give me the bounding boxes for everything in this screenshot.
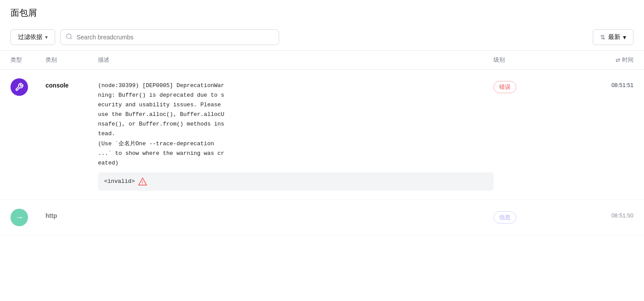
svg-point-0: [66, 34, 71, 39]
desc-line-0-6: (Use `企名片One --trace-deprecation: [98, 139, 494, 149]
desc-line-0-1: ning: Buffer() is deprecated due to s: [98, 91, 494, 100]
type-cell-1: →: [10, 209, 46, 226]
desc-line-0-0: (node:30399) [DEP0005] DeprecationWar: [98, 81, 494, 91]
col-description-header: 描述: [98, 56, 494, 64]
type-icon-1: →: [10, 209, 28, 226]
level-badge-0: 错误: [494, 81, 516, 93]
desc-line-0-8: eated): [98, 158, 494, 168]
category-text-1: http: [46, 209, 98, 219]
desc-line-0-7: ...` to show where the warning was cr: [98, 149, 494, 158]
desc-line-0-5: tead.: [98, 129, 494, 139]
search-container: [60, 29, 279, 45]
type-icon-0: [10, 78, 28, 96]
sort-button[interactable]: ⇅ 最新 ▾: [593, 29, 634, 45]
sort-arrows-icon: ⇅: [600, 34, 606, 41]
time-cell-0: 08:51:51: [564, 78, 634, 88]
toolbar: 过滤依据 ▾ ⇅ 最新 ▾: [0, 24, 644, 51]
desc-line-0-3: use the Buffer.alloc(), Buffer.allocU: [98, 110, 494, 119]
page-title: 面包屑: [0, 0, 644, 24]
sort-label: 最新: [608, 33, 620, 41]
table-header: 类型 类别 描述 级别 ⇄ 时间: [0, 51, 644, 70]
level-badge-1: 信息: [494, 211, 516, 224]
time-header-label: 时间: [622, 56, 634, 64]
warning-triangle-icon: !: [138, 178, 147, 186]
table-row: → http 信息 08:51:50: [0, 200, 644, 235]
desc-line-0-4: nsafe(), or Buffer.from() methods ins: [98, 119, 494, 129]
sort-chevron-icon: ▾: [623, 34, 626, 41]
invalid-box-0: <invalid> !: [98, 172, 494, 191]
invalid-text-0: <invalid>: [104, 177, 135, 186]
category-cell-1: http: [46, 209, 98, 219]
table-row: console (node:30399) [DEP0005] Deprecati…: [0, 70, 644, 200]
svg-line-1: [70, 38, 72, 39]
description-cell-0: (node:30399) [DEP0005] DeprecationWar ni…: [98, 78, 494, 191]
svg-text:!: !: [141, 181, 144, 185]
type-cell-0: [10, 78, 46, 96]
level-cell-0: 错误: [494, 78, 564, 93]
table-body: console (node:30399) [DEP0005] Deprecati…: [0, 70, 644, 235]
search-icon: [66, 33, 73, 42]
col-category-header: 类别: [46, 56, 98, 64]
desc-line-0-2: ecurity and usability issues. Please: [98, 100, 494, 110]
col-time-header: ⇄ 时间: [564, 56, 634, 64]
time-cell-1: 08:51:50: [564, 209, 634, 219]
table: 类型 类别 描述 级别 ⇄ 时间 console (node:30399) [D…: [0, 51, 644, 235]
repeat-icon: ⇄: [616, 57, 620, 63]
category-text-0: console: [46, 78, 98, 89]
filter-label: 过滤依据: [18, 33, 42, 41]
filter-button[interactable]: 过滤依据 ▾: [10, 29, 55, 45]
category-cell-0: console: [46, 78, 98, 89]
level-cell-1: 信息: [494, 209, 564, 224]
col-type-header: 类型: [10, 56, 46, 64]
col-level-header: 级别: [494, 56, 564, 64]
search-input[interactable]: [60, 29, 279, 45]
chevron-down-icon: ▾: [45, 34, 48, 40]
description-cell-1: [98, 209, 494, 211]
